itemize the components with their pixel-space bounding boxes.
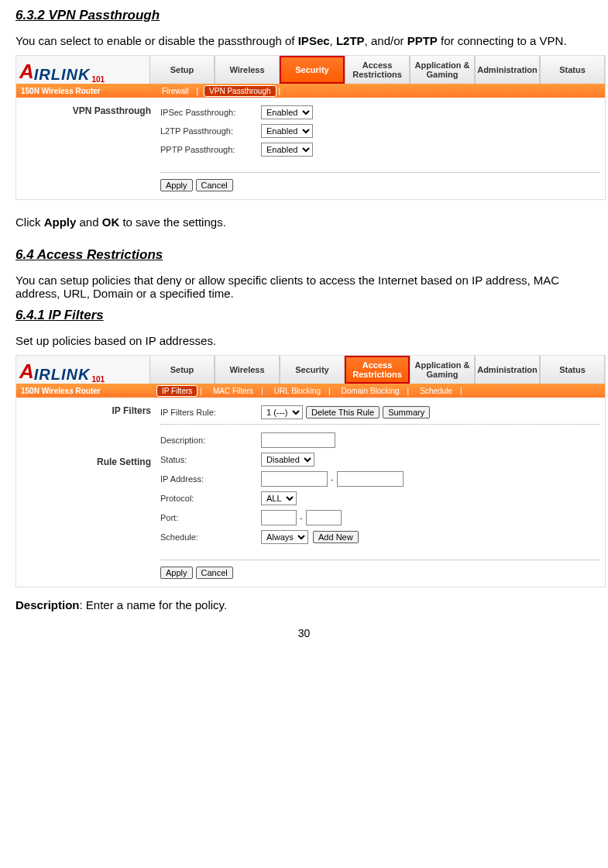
logo-sub: 101	[91, 75, 105, 84]
tab-security[interactable]: Security	[280, 356, 345, 384]
apply-button[interactable]: Apply	[160, 179, 193, 191]
description-line: Description: Enter a name for the policy…	[15, 598, 593, 611]
tab-application-gaming[interactable]: Application & Gaming	[410, 356, 475, 384]
cancel-button[interactable]: Cancel	[196, 179, 233, 191]
heading-64: 6.4 Access Restrictions	[15, 247, 593, 263]
router-model: 150N Wireless Router	[16, 87, 151, 95]
row-ipsec: IPSec Passthrough: Enabled	[160, 105, 600, 119]
port-end-input[interactable]	[306, 510, 342, 525]
schedule-label: Schedule:	[160, 532, 261, 542]
row-ip-filters-rule: IP Filters Rule: 1 (---) Delete This Rul…	[160, 405, 600, 419]
subtab-mac-filters[interactable]: MAC Filters	[208, 386, 258, 396]
click-apply-text: Click Apply and OK to save the settings.	[15, 215, 593, 229]
rule-select[interactable]: 1 (---)	[261, 405, 303, 419]
ip-filters-screenshot: AIRLINK101 Setup Wireless Security Acces…	[15, 355, 606, 587]
logo-a: A	[19, 60, 34, 84]
subtab-ip-filters[interactable]: IP Filters	[157, 386, 197, 396]
airlink-logo: AIRLINK101	[16, 356, 149, 384]
text: Click	[15, 215, 44, 229]
router-body: VPN Passthrough IPSec Passthrough: Enabl…	[16, 98, 605, 199]
separator: |	[407, 387, 410, 395]
text: to save the settings.	[119, 215, 226, 229]
row-pptp: PPTP Passthrough: Enabled	[160, 143, 600, 157]
subtab-domain-blocking[interactable]: Domain Blocking	[337, 386, 404, 396]
row-status: Status: Disabled	[160, 453, 600, 467]
tab-setup[interactable]: Setup	[149, 56, 215, 84]
text: for connecting to a VPN.	[438, 34, 567, 47]
router-header: AIRLINK101 Setup Wireless Security Acces…	[16, 56, 605, 84]
schedule-select[interactable]: Always	[261, 530, 308, 544]
protocol-select[interactable]: ALL	[261, 491, 297, 505]
tab-wireless[interactable]: Wireless	[215, 56, 280, 84]
divider	[160, 424, 600, 425]
panel-title-vpn: VPN Passthrough	[21, 105, 151, 116]
pptp-select[interactable]: Enabled	[261, 143, 313, 157]
text: , and/or	[365, 34, 407, 47]
ipsec-label: IPSec Passthrough:	[160, 108, 261, 117]
subtab-schedule[interactable]: Schedule	[415, 386, 457, 396]
l2tp-select[interactable]: Enabled	[261, 124, 313, 138]
right-panel: IP Filters Rule: 1 (---) Delete This Rul…	[156, 398, 605, 587]
heading-632: 6.3.2 VPN Passthrough	[15, 8, 593, 23]
port-start-input[interactable]	[261, 510, 297, 525]
separator: |	[279, 87, 281, 95]
vpn-passthrough-screenshot: AIRLINK101 Setup Wireless Security Acces…	[15, 55, 606, 200]
status-label: Status:	[160, 455, 261, 464]
separator: |	[460, 387, 462, 395]
tab-access-restrictions[interactable]: Access Restrictions	[345, 56, 410, 84]
tab-application-gaming[interactable]: Application & Gaming	[410, 56, 475, 84]
left-panel: VPN Passthrough	[16, 98, 156, 199]
apply-button[interactable]: Apply	[160, 567, 193, 579]
left-panel: IP Filters Rule Setting	[16, 398, 156, 587]
separator: |	[328, 387, 331, 395]
logo-rest: IRLINK	[34, 366, 91, 384]
delete-rule-button[interactable]: Delete This Rule	[306, 406, 380, 418]
tab-administration[interactable]: Administration	[475, 56, 540, 84]
panel-title-rule-setting: Rule Setting	[21, 456, 151, 467]
l2tp-label: L2TP Passthrough:	[160, 126, 261, 136]
separator: |	[196, 87, 198, 95]
button-row: Apply Cancel	[160, 560, 600, 579]
text: and	[76, 215, 101, 229]
term-pptp: PPTP	[407, 34, 438, 47]
router-body: IP Filters Rule Setting IP Filters Rule:…	[16, 398, 605, 587]
logo-a: A	[19, 360, 34, 384]
router-model: 150N Wireless Router	[16, 387, 151, 395]
separator: |	[200, 387, 202, 395]
subtab-firewall[interactable]: Firewall	[157, 86, 193, 96]
tab-administration[interactable]: Administration	[475, 356, 540, 384]
ipsec-select[interactable]: Enabled	[261, 105, 313, 119]
right-panel: IPSec Passthrough: Enabled L2TP Passthro…	[156, 98, 605, 199]
apply-word: Apply	[44, 215, 77, 229]
add-new-button[interactable]: Add New	[313, 531, 359, 543]
rule-label: IP Filters Rule:	[160, 408, 261, 417]
tab-security[interactable]: Security	[280, 56, 345, 84]
text: ,	[330, 34, 336, 47]
status-select[interactable]: Disabled	[261, 453, 314, 467]
ip-end-input[interactable]	[337, 471, 404, 487]
description-label: Description:	[160, 436, 261, 445]
router-header: AIRLINK101 Setup Wireless Security Acces…	[16, 356, 605, 384]
row-protocol: Protocol: ALL	[160, 491, 600, 505]
subnav-bar: 150N Wireless Router Firewall | VPN Pass…	[16, 84, 605, 98]
protocol-label: Protocol:	[160, 494, 261, 503]
text: : Enter a name for the policy.	[80, 598, 228, 611]
description-term: Description	[15, 598, 80, 611]
subnav-bar: 150N Wireless Router IP Filters | MAC Fi…	[16, 384, 605, 398]
ok-word: OK	[102, 215, 120, 229]
pptp-label: PPTP Passthrough:	[160, 145, 261, 154]
intro-641: Set up policies based on IP addresses.	[15, 334, 593, 347]
ip-start-input[interactable]	[261, 471, 328, 487]
description-input[interactable]	[261, 432, 335, 448]
tab-status[interactable]: Status	[540, 56, 605, 84]
subtab-vpn-passthrough[interactable]: VPN Passthrough	[204, 86, 276, 96]
row-port: Port: -	[160, 510, 600, 525]
tab-status[interactable]: Status	[540, 356, 605, 384]
cancel-button[interactable]: Cancel	[196, 567, 233, 579]
tab-access-restrictions[interactable]: Access Restrictions	[345, 356, 410, 384]
tab-setup[interactable]: Setup	[149, 356, 215, 384]
subtab-url-blocking[interactable]: URL Blocking	[270, 386, 325, 396]
summary-button[interactable]: Summary	[383, 406, 430, 418]
row-description: Description:	[160, 432, 600, 448]
tab-wireless[interactable]: Wireless	[215, 356, 280, 384]
